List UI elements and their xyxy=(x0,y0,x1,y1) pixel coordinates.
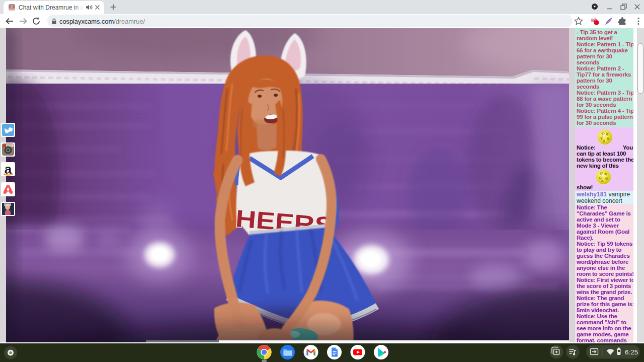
svg-text:6:25: 6:25 xyxy=(625,348,638,356)
